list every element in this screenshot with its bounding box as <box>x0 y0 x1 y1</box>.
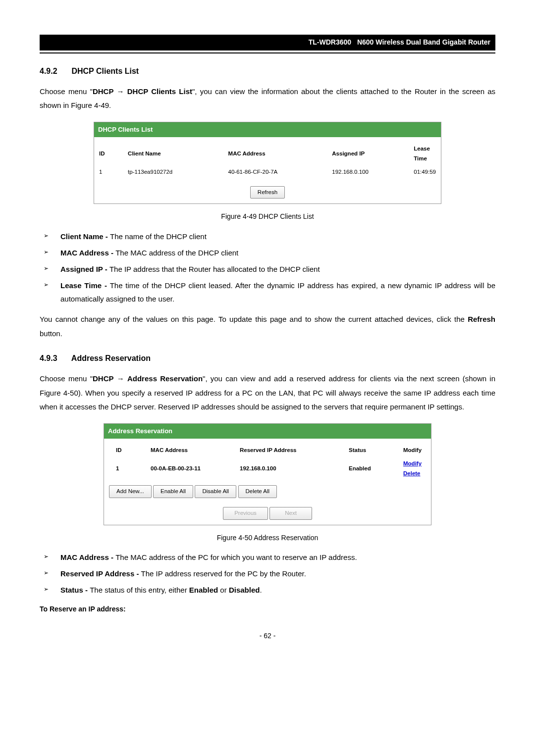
cell-client: tp-113ea910272d <box>123 165 223 179</box>
next-button[interactable]: Next <box>269 507 312 520</box>
to-reserve-heading: To Reserve an IP address: <box>40 604 495 615</box>
bullet-label: Reserved IP Address - <box>60 569 141 578</box>
enable-all-button[interactable]: Enable All <box>153 485 193 498</box>
modify-link[interactable]: Modify <box>403 460 422 466</box>
list-item: Client Name - The name of the DHCP clien… <box>44 230 495 243</box>
page-header: TL-WDR3600 N600 Wireless Dual Band Gigab… <box>40 35 495 50</box>
table-header-row: ID Client Name MAC Address Assigned IP L… <box>94 142 441 165</box>
text: button. <box>40 329 62 338</box>
bullet-text: The IP address reserved for the PC by th… <box>141 569 306 578</box>
arrow-icon: → <box>114 374 127 383</box>
cell-status: Enabled <box>344 457 398 480</box>
section-number: 4.9.2 <box>40 64 69 78</box>
bullet-label: MAC Address - <box>60 553 115 561</box>
section-title-text: Address Reservation <box>71 354 151 362</box>
section-title-text: DHCP Clients List <box>71 67 139 75</box>
page-number: - 62 - <box>40 630 495 642</box>
arrow-icon: → <box>113 87 127 96</box>
panel-title: Address Reservation <box>104 424 431 439</box>
col-modify: Modify <box>398 444 431 457</box>
list-item: Assigned IP - The IP address that the Ro… <box>44 262 495 276</box>
list-item: MAC Address - The MAC address of the PC … <box>44 551 495 564</box>
text: . <box>260 586 262 594</box>
enabled-bold: Enabled <box>189 586 218 594</box>
col-mac: MAC Address <box>146 444 235 457</box>
figure-450-caption: Figure 4-50 Address Reservation <box>40 532 495 544</box>
dhcp-clients-table: ID Client Name MAC Address Assigned IP L… <box>94 142 441 179</box>
bullet-label: MAC Address - <box>60 249 115 257</box>
list-item: Lease Time - The time of the DHCP client… <box>44 279 495 305</box>
dhcp-clients-panel: DHCP Clients List ID Client Name MAC Add… <box>94 122 441 204</box>
menu-path-address-reservation: Address Reservation <box>127 374 203 383</box>
list-item: Reserved IP Address - The IP address res… <box>44 567 495 580</box>
list-item: MAC Address - The MAC address of the DHC… <box>44 246 495 259</box>
address-reservation-panel: Address Reservation ID MAC Address Reser… <box>104 423 431 525</box>
bullet-text: The status of this entry, either <box>90 586 189 594</box>
cell-modify: Modify Delete <box>398 457 431 480</box>
section-heading-493: 4.9.3 Address Reservation <box>40 352 495 365</box>
refresh-bold: Refresh <box>468 315 495 323</box>
para-refresh-note: You cannot change any of the values on t… <box>40 312 495 341</box>
delete-link[interactable]: Delete <box>403 470 421 476</box>
panel-button-row: Refresh <box>94 186 441 199</box>
table-header-row: ID MAC Address Reserved IP Address Statu… <box>104 444 431 457</box>
col-mac: MAC Address <box>223 142 327 165</box>
figure-449: DHCP Clients List ID Client Name MAC Add… <box>40 122 495 204</box>
text: Choose menu " <box>40 87 93 96</box>
section-heading-492: 4.9.2 DHCP Clients List <box>40 64 495 78</box>
col-id: ID <box>104 444 146 457</box>
header-divider <box>40 52 495 53</box>
col-status: Status <box>344 444 398 457</box>
list-item: Status - The status of this entry, eithe… <box>44 583 495 597</box>
bullet-text: The time of the DHCP client leased. Afte… <box>60 281 495 303</box>
address-reservation-table: ID MAC Address Reserved IP Address Statu… <box>104 444 431 481</box>
cell-id: 1 <box>94 165 123 179</box>
cell-reserved-ip: 192.168.0.100 <box>235 457 344 480</box>
disable-all-button[interactable]: Disable All <box>195 485 236 498</box>
panel-button-row-1: Add New... Enable All Disable All Delete… <box>104 480 431 500</box>
panel-button-row-2: Previous Next <box>104 507 431 520</box>
text: or <box>218 586 229 594</box>
menu-path-dhcp: DHCP <box>93 374 114 383</box>
panel-title: DHCP Clients List <box>94 122 441 137</box>
section1-intro: Choose menu "DHCP → DHCP Clients List", … <box>40 85 495 113</box>
figure-450: Address Reservation ID MAC Address Reser… <box>40 423 495 525</box>
bullet-text: The MAC address of the DHCP client <box>115 249 238 257</box>
cell-mac: 40-61-86-CF-20-7A <box>223 165 327 179</box>
text: You cannot change any of the values on t… <box>40 315 468 323</box>
col-id: ID <box>94 142 123 165</box>
bullet-text: The name of the DHCP client <box>110 232 207 241</box>
section2-intro: Choose menu "DHCP → Address Reservation"… <box>40 372 495 414</box>
cell-id: 1 <box>104 457 146 480</box>
bullet-list-1: Client Name - The name of the DHCP clien… <box>40 230 495 305</box>
disabled-bold: Disabled <box>229 586 260 594</box>
section-number: 4.9.3 <box>40 352 69 365</box>
col-lease-time: Lease Time <box>409 142 441 165</box>
header-title: N600 Wireless Dual Band Gigabit Router <box>357 38 490 46</box>
col-reserved-ip: Reserved IP Address <box>235 444 344 457</box>
bullet-label: Client Name - <box>60 232 110 241</box>
col-client-name: Client Name <box>123 142 223 165</box>
delete-all-button[interactable]: Delete All <box>238 485 277 498</box>
figure-449-caption: Figure 4-49 DHCP Clients List <box>40 211 495 223</box>
bullet-text: The MAC address of the PC for which you … <box>115 553 357 561</box>
table-row: 1 00-0A-EB-00-23-11 192.168.0.100 Enable… <box>104 457 431 480</box>
bullet-label: Lease Time - <box>60 281 110 290</box>
add-new-button[interactable]: Add New... <box>109 485 152 498</box>
cell-lease: 01:49:59 <box>409 165 441 179</box>
cell-ip: 192.168.0.100 <box>327 165 409 179</box>
refresh-button[interactable]: Refresh <box>250 186 285 199</box>
bullet-text: The IP address that the Router has alloc… <box>109 265 320 273</box>
bullet-label: Status - <box>60 586 90 594</box>
col-assigned-ip: Assigned IP <box>327 142 409 165</box>
header-model: TL-WDR3600 <box>309 38 355 46</box>
bullet-list-2: MAC Address - The MAC address of the PC … <box>40 551 495 597</box>
bullet-label: Assigned IP - <box>60 265 109 273</box>
cell-mac: 00-0A-EB-00-23-11 <box>146 457 235 480</box>
table-row: 1 tp-113ea910272d 40-61-86-CF-20-7A 192.… <box>94 165 441 179</box>
previous-button[interactable]: Previous <box>223 507 268 520</box>
menu-path-dhcp: DHCP <box>93 87 114 96</box>
menu-path-clients-list: DHCP Clients List <box>127 87 192 96</box>
text: Choose menu " <box>40 374 93 383</box>
